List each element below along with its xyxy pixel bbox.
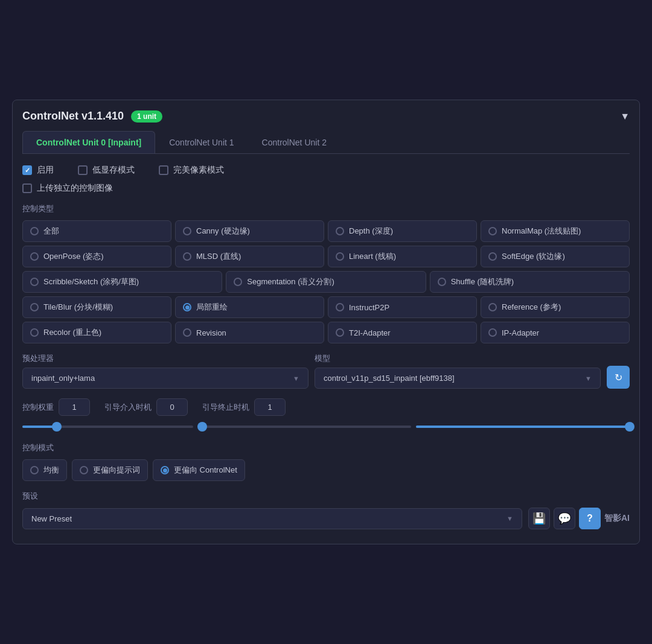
preprocessor-model-row: 预处理器 inpaint_only+lama ▼ 模型 control_v11p… [22,353,630,389]
save-icon: 💾 [532,512,546,525]
radio-label-recolor: Recolor (重上色) [43,327,101,338]
radio-depth[interactable]: Depth (深度) [328,220,477,242]
radio-circle-openpose [30,252,39,261]
radio-circle-inpaint [183,303,191,311]
mode-prompt-label: 更偏向提示词 [93,465,140,476]
mode-balanced-circle [30,466,39,474]
starting-step-label: 引导介入时机 [104,402,152,413]
qa-icon: ? [587,513,593,524]
radio-softedge[interactable]: SoftEdge (软边缘) [481,246,630,267]
unit-badge: 1 unit [131,110,162,123]
control-mode-row: 均衡 更偏向提示词 更偏向 ControlNet [22,459,630,481]
mode-controlnet[interactable]: 更偏向 ControlNet [153,459,245,481]
enable-label: 启用 [37,165,54,176]
control-mode-label: 控制模式 [22,442,630,453]
upload-label: 上传独立的控制图像 [37,183,113,194]
preset-value: New Preset [31,514,72,523]
preprocessor-value: inpaint_only+lama [31,374,95,383]
radio-circle-depth [336,227,344,235]
radio-ipadapter[interactable]: IP-Adapter [481,322,630,343]
panel-title: ControlNet v1.1.410 [22,110,124,123]
radio-tileblur[interactable]: Tile/Blur (分块/模糊) [22,296,171,318]
preset-select[interactable]: New Preset ▼ [22,508,522,529]
radio-circle-instructp2p [336,303,344,311]
wechat-button[interactable]: 💬 [554,508,575,529]
mode-balanced[interactable]: 均衡 [22,459,67,481]
upload-independent-checkbox[interactable]: 上传独立的控制图像 [22,183,113,194]
radio-circle-t2iadapter [336,328,344,337]
panel-dropdown-icon[interactable]: ▼ [620,111,630,122]
lowvram-checkbox[interactable]: 低显存模式 [78,165,135,176]
model-value: control_v11p_sd15_inpaint [ebff9138] [324,374,455,383]
radio-lineart[interactable]: Lineart (线稿) [328,246,477,267]
perfectpixel-label: 完美像素模式 [173,165,224,176]
radio-label-revision: Revision [196,328,226,337]
ending-step-value[interactable]: 1 [254,398,286,416]
radio-circle-normalmap [488,227,497,235]
radio-label-scribble: Scribble/Sketch (涂鸦/草图) [43,276,139,287]
presets-section: 预设 New Preset ▼ 💾 💬 ? 智影AI [22,491,630,529]
refresh-button[interactable]: ↻ [607,366,630,389]
control-type-row3: Scribble/Sketch (涂鸦/草图) Segmentation (语义… [22,271,630,293]
radio-mlsd[interactable]: MLSD (直线) [175,246,324,267]
save-preset-button[interactable]: 💾 [528,508,550,529]
tab-unit2[interactable]: ControlNet Unit 2 [248,131,340,153]
control-weight-slider[interactable] [22,421,193,433]
radio-circle-lineart [336,252,344,261]
preprocessor-group: 预处理器 inpaint_only+lama ▼ [22,353,308,389]
radio-recolor[interactable]: Recolor (重上色) [22,322,171,343]
control-type-row2: OpenPose (姿态) MLSD (直线) Lineart (线稿) Sof… [22,246,630,267]
radio-circle-ipadapter [488,328,497,337]
starting-step-value[interactable]: 0 [156,398,188,416]
radio-label-shuffle: Shuffle (随机洗牌) [451,276,514,287]
tab-unit0[interactable]: ControlNet Unit 0 [Inpaint] [22,131,155,153]
radio-circle-mlsd [183,252,191,261]
radio-openpose[interactable]: OpenPose (姿态) [22,246,171,267]
radio-canny[interactable]: Canny (硬边缘) [175,220,324,242]
refresh-icon: ↻ [615,372,622,383]
radio-label-mlsd: MLSD (直线) [196,251,241,262]
control-weight-value[interactable]: 1 [59,398,90,416]
controlnet-panel: ControlNet v1.1.410 1 unit ▼ ControlNet … [12,100,640,544]
checkboxes-row1: 启用 低显存模式 完美像素模式 [22,165,630,176]
preprocessor-select[interactable]: inpaint_only+lama ▼ [22,368,308,389]
perfectpixel-checkbox[interactable]: 完美像素模式 [159,165,224,176]
radio-all[interactable]: 全部 [22,220,171,242]
radio-inpaint[interactable]: 局部重绘 [175,296,324,318]
radio-t2iadapter[interactable]: T2I-Adapter [328,322,477,343]
radio-label-segmentation: Segmentation (语义分割) [247,276,334,287]
model-group: 模型 control_v11p_sd15_inpaint [ebff9138] … [315,353,601,389]
starting-step-slider[interactable] [198,421,412,433]
radio-circle-tileblur [30,303,39,311]
radio-shuffle[interactable]: Shuffle (随机洗牌) [430,271,630,293]
enable-checkbox-box[interactable] [22,165,32,175]
control-weight-label: 控制权重 [22,402,54,413]
control-mode-section: 控制模式 均衡 更偏向提示词 更偏向 ControlNet [22,442,630,481]
preprocessor-arrow-icon: ▼ [293,375,299,382]
radio-label-instructp2p: InstructP2P [349,303,389,312]
qa-button[interactable]: ? [579,508,601,529]
perfectpixel-checkbox-box[interactable] [159,165,168,175]
radio-segmentation[interactable]: Segmentation (语义分割) [226,271,426,293]
radio-normalmap[interactable]: NormalMap (法线贴图) [481,220,630,242]
ending-step-slider[interactable] [416,421,630,433]
radio-instructp2p[interactable]: InstructP2P [328,296,477,318]
model-select[interactable]: control_v11p_sd15_inpaint [ebff9138] ▼ [315,368,601,389]
radio-circle-canny [183,227,191,235]
lowvram-checkbox-box[interactable] [78,165,88,175]
control-type-row5: Recolor (重上色) Revision T2I-Adapter IP-Ad… [22,322,630,343]
model-arrow-icon: ▼ [585,375,592,382]
radio-revision[interactable]: Revision [175,322,324,343]
radio-label-reference: Reference (参考) [502,302,561,313]
enable-checkbox[interactable]: 启用 [22,165,54,176]
radio-scribble[interactable]: Scribble/Sketch (涂鸦/草图) [22,271,222,293]
preset-arrow-icon: ▼ [507,515,513,522]
ending-step-label: 引导终止时机 [202,402,249,413]
mode-prompt[interactable]: 更偏向提示词 [72,459,148,481]
tab-unit1[interactable]: ControlNet Unit 1 [155,131,248,153]
mode-prompt-circle [80,466,88,474]
upload-checkbox-box[interactable] [22,183,32,193]
radio-label-t2iadapter: T2I-Adapter [349,328,391,337]
radio-label-depth: Depth (深度) [349,226,393,237]
radio-reference[interactable]: Reference (参考) [481,296,630,318]
